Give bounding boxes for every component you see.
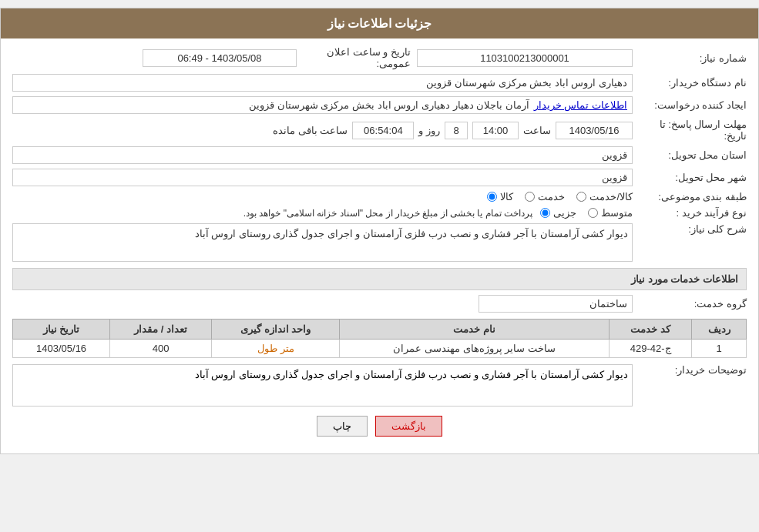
col-header-code: کد خدمت bbox=[609, 320, 691, 340]
creator-link[interactable]: اطلاعات تماس خریدار bbox=[534, 99, 627, 111]
description-value: دیوار کشی آرامستان با آجر فشاری و نصب در… bbox=[12, 223, 633, 262]
col-header-name: نام خدمت bbox=[340, 320, 610, 340]
province-value: قزوین bbox=[12, 146, 633, 164]
service-group-label: گروه خدمت: bbox=[639, 298, 747, 309]
deadline-date: 1403/05/16 bbox=[556, 122, 633, 139]
description-label: شرح کلی نیاز: bbox=[639, 223, 747, 235]
table-row: 1 ج-42-429 ساخت سایر پروژه‌های مهندسی عم… bbox=[13, 340, 747, 358]
need-number-label: شماره نیاز: bbox=[639, 52, 747, 64]
remaining-label: ساعت باقی مانده bbox=[273, 125, 348, 136]
cell-name: ساخت سایر پروژه‌های مهندسی عمران bbox=[340, 340, 610, 358]
time-label: ساعت bbox=[523, 125, 551, 136]
col-header-row: ردیف bbox=[692, 320, 747, 340]
province-label: استان محل تحویل: bbox=[639, 149, 747, 161]
creator-label: ایجاد کننده درخواست: bbox=[639, 99, 747, 111]
deadline-remaining: 06:54:04 bbox=[352, 122, 414, 139]
process-jozii-label: جزیی bbox=[553, 207, 576, 219]
cell-date: 1403/05/16 bbox=[13, 340, 110, 358]
buyer-notes-textarea[interactable] bbox=[12, 364, 633, 407]
creator-row: اطلاعات تماس خریدار آرمان باجلان دهیار د… bbox=[12, 96, 633, 114]
need-number-value: 1103100213000001 bbox=[417, 49, 633, 67]
page-title: جزئیات اطلاعات نیاز bbox=[1, 8, 758, 38]
services-table: ردیف کد خدمت نام خدمت واحد اندازه گیری ت… bbox=[12, 319, 747, 358]
buyer-org-value: دهیاری اروس اباد بخش مرکزی شهرستان قزوین bbox=[12, 74, 633, 92]
buyer-org-label: نام دستگاه خریدار: bbox=[639, 77, 747, 89]
category-options: کالا/خدمت خدمت کالا bbox=[12, 191, 633, 202]
print-button[interactable]: چاپ bbox=[317, 416, 368, 437]
process-motovaset-label: متوسط bbox=[601, 207, 633, 219]
col-header-qty: تعداد / مقدار bbox=[110, 320, 212, 340]
kala-label: کالا bbox=[500, 191, 513, 202]
creator-value: آرمان باجلان دهیار دهیاری اروس اباد بخش … bbox=[18, 99, 529, 111]
send-deadline-label: مهلت ارسال پاسخ: تا تاریخ: bbox=[639, 119, 747, 142]
radio-khadamat[interactable] bbox=[525, 192, 535, 202]
services-section-title: اطلاعات خدمات مورد نیاز bbox=[12, 268, 747, 290]
category-label: طبقه بندی موضوعی: bbox=[639, 191, 747, 202]
service-group-value: ساختمان bbox=[479, 295, 633, 313]
process-label: نوع فرآیند خرید : bbox=[639, 207, 747, 219]
cell-code: ج-42-429 bbox=[609, 340, 691, 358]
city-value: قزوین bbox=[12, 169, 633, 186]
cell-qty: 400 bbox=[110, 340, 212, 358]
buyer-notes-label: توضیحات خریدار: bbox=[639, 364, 747, 376]
button-bar: بازگشت چاپ bbox=[12, 416, 747, 437]
cell-row: 1 bbox=[692, 340, 747, 358]
process-desc: پرداخت تمام یا بخشی از مبلغ خریدار از مح… bbox=[243, 208, 532, 219]
announce-date-label: تاریخ و ساعت اعلان عمومی: bbox=[303, 46, 411, 69]
col-header-unit: واحد اندازه گیری bbox=[212, 320, 340, 340]
announce-date-value: 1403/05/08 - 06:49 bbox=[143, 49, 297, 67]
back-button[interactable]: بازگشت bbox=[375, 416, 442, 437]
radio-kala[interactable] bbox=[487, 192, 497, 202]
radio-jozii[interactable] bbox=[540, 208, 550, 218]
cell-unit: متر طول bbox=[212, 340, 340, 358]
khadamat-label: خدمت bbox=[538, 191, 565, 202]
days-label: روز و bbox=[418, 125, 440, 136]
radio-kala-khadamat[interactable] bbox=[576, 192, 586, 202]
city-label: شهر محل تحویل: bbox=[639, 172, 747, 183]
deadline-time: 14:00 bbox=[472, 122, 519, 139]
col-header-date: تاریخ نیاز bbox=[13, 320, 110, 340]
kala-khadamat-label: کالا/خدمت bbox=[589, 191, 633, 202]
radio-motovaset[interactable] bbox=[588, 208, 598, 218]
deadline-days: 8 bbox=[445, 122, 468, 139]
process-area: متوسط جزیی پرداخت تمام یا بخشی از مبلغ خ… bbox=[12, 207, 633, 219]
